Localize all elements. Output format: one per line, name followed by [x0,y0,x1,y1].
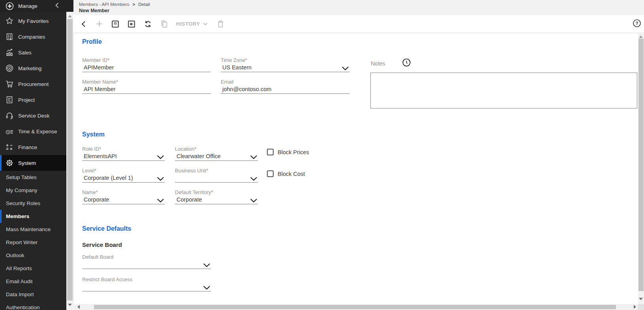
scroll-left-icon[interactable] [77,305,80,309]
block-prices-checkbox[interactable]: Block Prices [267,149,309,155]
default-territory-dropdown[interactable]: Corporate [175,196,258,204]
notes-history-button[interactable] [402,58,411,69]
sidebar-subitem-mass-maintenance[interactable]: Mass Maintenance [0,223,66,236]
member-id-input[interactable]: APIMember [82,64,211,72]
sidebar-subitem-email-audit[interactable]: Email Audit [0,275,66,288]
copy-button[interactable] [160,20,168,28]
sidebar-scroll-down-icon[interactable] [68,304,72,306]
business-unit-dropdown[interactable] [175,175,258,183]
member-name-label: Member Name* [82,79,211,86]
horizontal-scrollbar-thumb[interactable] [94,305,616,309]
horizontal-scrollbar[interactable] [73,304,644,310]
location-field: Location* Clearwater Office [175,146,258,161]
sidebar-subitem-label: My Company [6,187,38,193]
role-id-label: Role ID* [82,146,165,153]
sidebar-item-label: Project [18,97,35,103]
breadcrumb: Members - API Members > Detail [79,2,644,7]
vertical-scrollbar[interactable] [638,34,644,304]
sidebar-scrollbar[interactable] [66,12,73,310]
sidebar-subitem-data-import[interactable]: Data Import [0,288,66,301]
add-button[interactable] [96,20,103,28]
cart-icon [5,80,14,88]
refresh-button[interactable] [144,20,152,28]
save-button[interactable] [111,20,119,28]
history-button[interactable]: HISTORY [176,21,208,27]
checkbox-unchecked-icon [267,149,274,155]
sidebar-subitem-my-company[interactable]: My Company [0,184,66,197]
breadcrumb-trail-link[interactable]: Members - API Members [79,2,129,7]
task-list-icon [5,95,14,104]
business-unit-field: Business Unit* [175,168,258,183]
notes-label: Notes [371,60,385,67]
scroll-right-icon[interactable] [634,305,636,309]
sidebar-subitem-report-writer[interactable]: Report Writer [0,236,66,249]
plus-icon [96,20,103,28]
restrict-board-access-field: Restrict Board Access [82,276,211,291]
sidebar-item-my-favorites[interactable]: My Favorites [0,13,66,29]
chevron-down-icon [203,263,210,267]
name-dropdown[interactable]: Corporate [82,196,165,204]
time-zone-dropdown[interactable]: US Eastern [221,64,349,72]
refresh-icon [144,20,152,28]
default-board-dropdown[interactable] [82,261,211,269]
block-prices-label: Block Prices [278,149,309,155]
sidebar-subitem-label: Data Import [6,291,34,297]
sidebar-subitem-all-reports[interactable]: All Reports [0,262,66,275]
location-value: Clearwater Office [176,153,221,159]
sidebar-item-sales[interactable]: Sales [0,45,66,60]
toolbar: HISTORY ? [73,15,644,33]
sidebar-subitem-authentication[interactable]: Authentication [0,301,66,310]
vertical-scrollbar-thumb[interactable] [638,39,644,291]
sidebar-item-system[interactable]: System [0,155,66,171]
back-button[interactable] [80,20,87,28]
sidebar-subitem-label: Outlook [6,252,24,258]
member-id-label: Member ID* [82,57,211,64]
member-name-input[interactable]: API Member [82,86,211,94]
business-unit-label: Business Unit* [175,168,258,175]
scroll-down-icon[interactable] [639,298,643,300]
sidebar-item-finance[interactable]: Finance [0,139,66,155]
sidebar-item-procurement[interactable]: Procurement [0,76,66,92]
sidebar-subitem-members[interactable]: Members [0,210,66,223]
chevron-down-icon [203,22,208,26]
sidebar-item-service-desk[interactable]: Service Desk [0,108,66,123]
notes-textarea[interactable] [370,73,637,108]
sidebar-item-time-expense[interactable]: Time & Expense [0,123,66,139]
default-board-field: Default Board [82,254,211,269]
sidebar-subitem-security-roles[interactable]: Security Roles [0,197,66,210]
delete-button[interactable] [217,20,224,28]
sidebar-item-companies[interactable]: Companies [0,29,66,45]
location-dropdown[interactable]: Clearwater Office [175,153,258,161]
sidebar-subitem-outlook[interactable]: Outlook [0,249,66,262]
sidebar-scroll-up-icon[interactable] [68,15,72,17]
sidebar-header[interactable]: Manage [0,0,73,12]
sidebar-scrollbar-thumb[interactable] [67,19,73,301]
default-board-label: Default Board [82,254,211,261]
save-and-close-button[interactable] [128,20,135,28]
sidebar-item-marketing[interactable]: Marketing [0,60,66,76]
member-name-field: Member Name* API Member [82,79,211,94]
breadcrumb-separator: > [130,2,137,7]
block-cost-checkbox[interactable]: Block Cost [267,170,305,177]
collapse-sidebar-icon[interactable] [55,2,59,10]
role-id-dropdown[interactable]: ElementsAPI [82,153,165,161]
sidebar-subitem-setup-tables[interactable]: Setup Tables [0,171,66,184]
chevron-down-icon [250,155,257,159]
brand-label: Manage [18,3,38,9]
chevron-down-icon [250,199,257,203]
default-territory-field: Default Territory* Corporate [175,189,258,204]
chevron-down-icon [157,177,164,181]
system-section-heading: System [82,131,105,138]
profile-section-heading: Profile [82,38,102,45]
sidebar-item-project[interactable]: Project [0,92,66,108]
restrict-board-access-dropdown[interactable] [82,284,211,291]
restrict-board-access-label: Restrict Board Access [82,276,211,284]
level-dropdown[interactable]: Corporate (Level 1) [82,175,165,183]
help-button[interactable]: ? [633,19,641,29]
email-input[interactable]: john@contoso.com [221,86,349,94]
member-detail-form: Profile Member ID* APIMember Time Zone* … [73,34,638,304]
default-territory-label: Default Territory* [175,189,258,196]
name-label: Name* [82,189,165,196]
scroll-up-icon[interactable] [639,35,643,38]
save-icon [111,20,119,28]
